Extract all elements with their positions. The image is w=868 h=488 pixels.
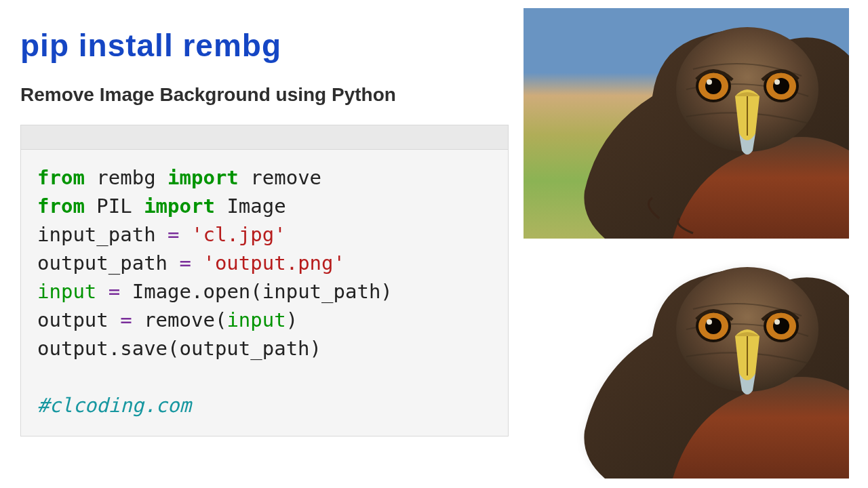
- code-toolbar: [20, 125, 509, 149]
- code-operator: =: [180, 251, 191, 274]
- code-text: [180, 223, 191, 246]
- svg-point-4: [707, 79, 712, 85]
- page-title: pip install rembg: [20, 27, 509, 64]
- code-block: from rembg import remove from PIL import…: [20, 149, 509, 436]
- code-operator: =: [120, 308, 132, 331]
- code-text: remove: [239, 166, 321, 189]
- code-text: rembg: [85, 166, 167, 189]
- code-text: Image.open(input_path): [120, 280, 393, 303]
- code-text: Image: [215, 195, 286, 218]
- output-image: [524, 248, 849, 479]
- code-text: [191, 251, 203, 274]
- code-text: output_path: [37, 251, 180, 274]
- code-text: output: [37, 308, 120, 331]
- code-string: 'output.png': [203, 251, 345, 274]
- code-comment: #clcoding.com: [37, 394, 191, 417]
- code-builtin: input: [37, 280, 96, 303]
- svg-point-17: [774, 319, 780, 325]
- code-text: output.save(output_path): [37, 337, 321, 360]
- svg-point-13: [707, 319, 712, 325]
- hawk-illustration: [578, 15, 849, 239]
- code-keyword: from: [37, 195, 85, 218]
- code-operator: =: [167, 223, 179, 246]
- code-operator: =: [108, 280, 120, 303]
- hawk-illustration: [578, 255, 849, 479]
- code-keyword: import: [144, 195, 215, 218]
- code-text: ): [286, 308, 298, 331]
- svg-point-8: [774, 79, 780, 85]
- code-text: [96, 280, 108, 303]
- code-text: PIL: [85, 195, 144, 218]
- code-text: remove(: [132, 308, 227, 331]
- page-subtitle: Remove Image Background using Python: [20, 84, 509, 106]
- code-builtin: input: [226, 308, 285, 331]
- code-keyword: import: [167, 166, 239, 189]
- code-keyword: from: [37, 166, 85, 189]
- code-text: input_path: [37, 223, 167, 246]
- code-string: 'cl.jpg': [191, 223, 286, 246]
- original-image: [524, 8, 849, 239]
